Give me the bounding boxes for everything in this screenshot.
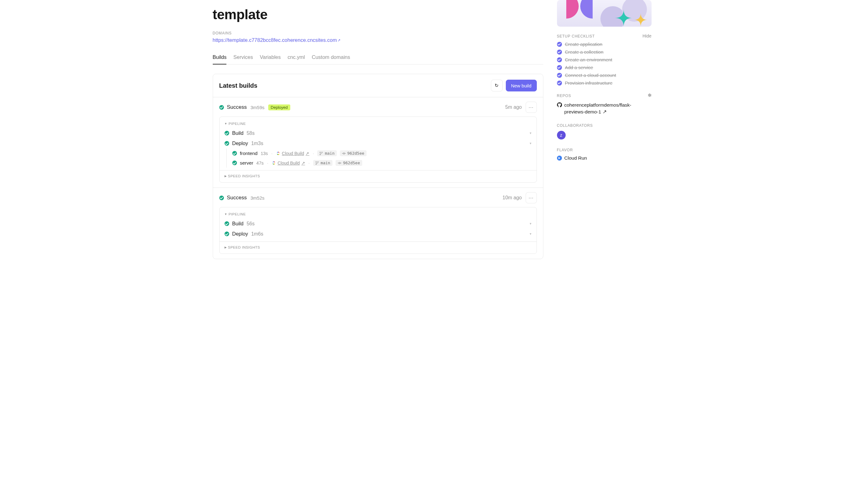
- triangle-right-icon: ▶: [225, 246, 227, 249]
- repo-name: coherenceplatformdemos/flask-previews-de…: [564, 102, 632, 114]
- collaborator-avatar[interactable]: z: [557, 131, 566, 139]
- triangle-right-icon: ▶: [225, 174, 227, 177]
- more-icon: ⋯: [528, 195, 534, 201]
- tab-cnc-yml[interactable]: cnc.yml: [287, 54, 305, 64]
- speed-insights-label: SPEED INSIGHTS: [228, 174, 260, 178]
- domain-url-link[interactable]: https://template.c7782bcc8fec.coherence.…: [213, 37, 341, 43]
- build-more-button[interactable]: ⋯: [526, 192, 537, 203]
- commit-pill: 962d5ee: [336, 160, 362, 166]
- setup-checklist: Create application Create a collection C…: [557, 41, 651, 86]
- check-icon: [557, 81, 562, 86]
- refresh-button[interactable]: ↻: [491, 80, 503, 91]
- build-duration: 3m59s: [251, 105, 265, 110]
- success-icon: [219, 105, 224, 110]
- page-title: template: [213, 7, 543, 22]
- cloud-build-icon: [272, 161, 276, 165]
- triangle-down-icon: ▼: [225, 122, 227, 125]
- gear-icon: [647, 93, 651, 98]
- substep-duration: 47s: [256, 161, 264, 165]
- pipeline-label: PIPELINE: [229, 212, 246, 216]
- hide-checklist-button[interactable]: Hide: [643, 34, 651, 38]
- tab-custom-domains[interactable]: Custom domains: [312, 54, 350, 64]
- success-icon: [225, 131, 229, 135]
- success-icon: [225, 141, 229, 146]
- substep-duration: 13s: [261, 151, 268, 156]
- pipeline-label: PIPELINE: [229, 122, 246, 125]
- commit-icon: [338, 161, 341, 165]
- success-icon: [232, 151, 237, 156]
- checklist-item: Create a collection: [557, 49, 651, 54]
- stage-duration: 1m6s: [251, 231, 263, 237]
- sidebar-hero: [557, 0, 651, 27]
- stage-name: Deploy: [232, 231, 248, 237]
- repo-link[interactable]: coherenceplatformdemos/flask-previews-de…: [557, 102, 651, 115]
- check-icon: [557, 65, 562, 70]
- build-duration: 3m52s: [251, 195, 265, 200]
- tab-builds[interactable]: Builds: [213, 54, 227, 64]
- branch-icon: [320, 151, 323, 155]
- new-build-button[interactable]: New build: [506, 80, 537, 91]
- speed-insights-toggle[interactable]: ▶ SPEED INSIGHTS: [225, 244, 531, 252]
- stage-name: Build: [232, 221, 244, 226]
- check-icon: [557, 57, 562, 62]
- branch-pill: main: [313, 160, 333, 166]
- check-icon: [557, 73, 562, 78]
- expand-caret-icon[interactable]: ▾: [530, 142, 531, 145]
- svg-point-0: [343, 152, 345, 154]
- substep-name: frontend: [240, 151, 258, 156]
- cloud-build-icon: [276, 151, 280, 156]
- cloud-build-link[interactable]: Cloud Build ↗: [272, 161, 305, 165]
- tabs: Builds Services Variables cnc.yml Custom…: [213, 54, 543, 64]
- build-timestamp: 10m ago: [502, 195, 521, 200]
- tab-services[interactable]: Services: [233, 54, 253, 64]
- stage-name: Build: [232, 130, 244, 136]
- flavor-name: Cloud Run: [564, 155, 587, 161]
- stage-duration: 56s: [247, 221, 255, 226]
- deployed-badge: Deployed: [268, 105, 290, 110]
- repos-settings-button[interactable]: [647, 93, 651, 99]
- stage-row[interactable]: Build 56s ▾: [225, 219, 531, 229]
- substeps: frontend 13s · Cloud Build ↗: [226, 148, 531, 168]
- pipeline-toggle[interactable]: ▼ PIPELINE: [225, 211, 531, 219]
- cloud-run-icon: [557, 156, 562, 161]
- substep-row: frontend 13s · Cloud Build ↗: [232, 148, 531, 158]
- stage-name: Deploy: [232, 140, 248, 146]
- checklist-heading: SETUP CHECKLIST: [557, 34, 595, 38]
- cloud-build-link[interactable]: Cloud Build ↗: [276, 151, 310, 156]
- stage-duration: 1m3s: [251, 141, 263, 146]
- expand-caret-icon[interactable]: ▾: [530, 222, 531, 226]
- expand-caret-icon[interactable]: ▾: [530, 131, 531, 135]
- panel-title: Latest builds: [219, 82, 257, 89]
- stage-row[interactable]: Deploy 1m3s ▾: [225, 138, 531, 148]
- build-more-button[interactable]: ⋯: [526, 102, 537, 113]
- success-icon: [219, 196, 224, 200]
- stage-row[interactable]: Deploy 1m6s ▾: [225, 229, 531, 239]
- flavor-heading: FLAVOR: [557, 148, 573, 152]
- checklist-item: Provision infrastructure: [557, 80, 651, 86]
- expand-caret-icon[interactable]: ▾: [530, 232, 531, 236]
- checklist-item: Create application: [557, 41, 651, 47]
- external-link-icon: ↗: [602, 109, 607, 114]
- build-item: Success 3m52s 10m ago ⋯ ▼ PIPELINE: [213, 188, 543, 254]
- tab-variables[interactable]: Variables: [260, 54, 281, 64]
- pipeline-panel: ▼ PIPELINE Build 56s ▾ Deploy 1m6s ▾: [219, 207, 537, 254]
- external-link-icon: ↗: [301, 161, 305, 165]
- pipeline-panel: ▼ PIPELINE Build 58s ▾ Deploy 1m3s ▾: [219, 116, 537, 183]
- latest-builds-panel: Latest builds ↻ New build Success 3m59s: [213, 74, 543, 259]
- external-link-icon: ↗: [337, 38, 340, 42]
- commit-icon: [342, 151, 346, 155]
- stage-duration: 58s: [247, 131, 255, 136]
- svg-point-3: [339, 162, 340, 164]
- check-icon: [557, 42, 562, 47]
- speed-insights-toggle[interactable]: ▶ SPEED INSIGHTS: [225, 173, 531, 181]
- github-icon: [557, 102, 562, 107]
- success-icon: [225, 232, 229, 236]
- triangle-down-icon: ▼: [225, 213, 227, 216]
- pipeline-toggle[interactable]: ▼ PIPELINE: [225, 121, 531, 128]
- check-icon: [557, 50, 562, 54]
- checklist-item: Create an environment: [557, 57, 651, 62]
- stage-row[interactable]: Build 58s ▾: [225, 128, 531, 138]
- substep-row: server 47s · Cloud Build ↗: [232, 158, 531, 168]
- commit-pill: 962d5ee: [340, 150, 367, 156]
- build-status: Success: [227, 195, 247, 201]
